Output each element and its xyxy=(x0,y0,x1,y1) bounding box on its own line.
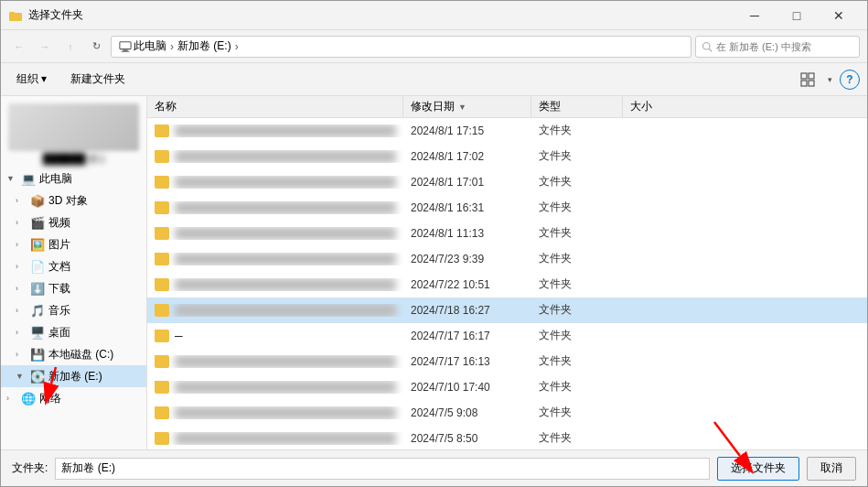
file-name-text: ████████████ xyxy=(175,227,396,240)
sidebar-item-local-c[interactable]: › 💾 本地磁盘 (C:) xyxy=(1,343,146,365)
file-name-text: ████████████ xyxy=(175,355,396,368)
table-row[interactable]: ─2024/7/17 16:17文件夹 xyxy=(147,323,867,349)
cell-type-2: 文件夹 xyxy=(531,174,623,189)
folder-icon xyxy=(155,176,169,189)
toggle-music: › xyxy=(16,306,27,315)
forward-button[interactable]: → xyxy=(34,36,56,58)
sidebar-item-music[interactable]: › 🎵 音乐 xyxy=(1,299,146,321)
sidebar-label-music: 音乐 xyxy=(48,303,141,319)
svg-rect-10 xyxy=(809,81,814,86)
cell-name-1: ████████████ xyxy=(147,150,403,163)
cell-date-12: 2024/7/5 8:50 xyxy=(403,432,531,445)
folder-input[interactable] xyxy=(55,458,710,480)
file-name-text: ████████████ xyxy=(175,432,396,445)
cell-name-3: ████████████ xyxy=(147,201,403,214)
table-row[interactable]: ████████████2024/8/1 16:31文件夹 xyxy=(147,195,867,221)
cell-date-4: 2024/8/1 11:13 xyxy=(403,227,531,240)
file-name-text: ████████████ xyxy=(175,124,396,137)
file-name-text: ████████████ xyxy=(175,381,396,394)
sidebar-label-network: 网络 xyxy=(39,391,141,406)
cell-date-5: 2024/7/23 9:39 xyxy=(403,253,531,265)
title-bar-text: 选择文件夹 xyxy=(28,7,734,23)
toggle-local-c: › xyxy=(16,350,27,359)
sidebar-item-network[interactable]: › 🌐 网络 xyxy=(1,387,146,409)
col-header-name[interactable]: 名称 xyxy=(147,96,403,117)
svg-rect-2 xyxy=(120,41,131,49)
up-button[interactable]: ↑ xyxy=(59,36,81,58)
svg-rect-1 xyxy=(9,12,15,15)
col-header-date[interactable]: 修改日期 ▼ xyxy=(403,96,531,117)
table-row[interactable]: ████████████2024/7/18 16:27文件夹 xyxy=(147,298,867,323)
toggle-downloads: › xyxy=(16,284,27,293)
cell-date-2: 2024/8/1 17:01 xyxy=(403,176,531,189)
sidebar-label-docs: 文档 xyxy=(48,259,141,275)
refresh-button[interactable]: ↻ xyxy=(85,36,107,58)
computer-icon xyxy=(119,40,132,53)
table-row[interactable]: ████████████2024/7/5 9:08文件夹 xyxy=(147,400,867,426)
cell-type-5: 文件夹 xyxy=(531,251,623,266)
table-row[interactable]: ████████████2024/8/1 17:01文件夹 xyxy=(147,169,867,195)
pictures-icon: 🖼️ xyxy=(30,237,45,252)
cell-date-10: 2024/7/10 17:40 xyxy=(403,381,531,394)
select-folder-button[interactable]: 选择文件夹 xyxy=(717,457,799,481)
file-name-text: ████████████ xyxy=(175,176,396,189)
file-dialog-window: 选择文件夹 ─ □ ✕ ← → ↑ ↻ 此电脑 › 新加卷 (E:) › xyxy=(0,0,868,487)
file-list-header: 名称 修改日期 ▼ 类型 大小 xyxy=(147,96,867,118)
table-row[interactable]: ████████████2024/7/5 8:50文件夹 xyxy=(147,426,867,449)
folder-label: 文件夹: xyxy=(12,460,48,476)
cell-date-1: 2024/8/1 17:02 xyxy=(403,150,531,163)
table-row[interactable]: ████████████2024/8/1 11:13文件夹 xyxy=(147,221,867,246)
svg-rect-3 xyxy=(123,49,127,50)
sidebar-item-desktop[interactable]: › 🖥️ 桌面 xyxy=(1,321,146,343)
file-name-text: ████████████ xyxy=(175,304,396,317)
table-row[interactable]: ████████████2024/7/17 16:13文件夹 xyxy=(147,349,867,374)
table-row[interactable]: ████████████2024/7/23 9:39文件夹 xyxy=(147,246,867,272)
minimize-button[interactable]: ─ xyxy=(734,1,776,30)
file-name-text: ████████████ xyxy=(175,278,396,291)
sidebar-item-computer[interactable]: ▼ 💻 此电脑 xyxy=(1,168,146,189)
sidebar-item-downloads[interactable]: › ⬇️ 下载 xyxy=(1,277,146,299)
maximize-button[interactable]: □ xyxy=(776,1,818,30)
cell-name-8: ─ xyxy=(147,330,403,342)
sidebar-label-new-e: 新加卷 (E:) xyxy=(48,369,141,384)
sidebar-item-3d[interactable]: › 📦 3D 对象 xyxy=(1,189,146,211)
sidebar-label-computer: 此电脑 xyxy=(39,171,141,187)
table-row[interactable]: ████████████2024/7/10 17:40文件夹 xyxy=(147,374,867,400)
sidebar: ██████ (E:) ▼ 💻 此电脑 › 📦 3D 对象 › 🎬 视频 › 🖼… xyxy=(1,96,147,449)
table-row[interactable]: ████████████2024/8/1 17:15文件夹 xyxy=(147,118,867,144)
local-c-icon: 💾 xyxy=(30,347,45,362)
cell-type-7: 文件夹 xyxy=(531,302,623,318)
table-row[interactable]: ████████████2024/8/1 17:02文件夹 xyxy=(147,144,867,169)
col-header-type[interactable]: 类型 xyxy=(531,96,623,117)
new-folder-button[interactable]: 新建文件夹 xyxy=(62,68,134,92)
cell-name-2: ████████████ xyxy=(147,176,403,189)
sidebar-item-pictures[interactable]: › 🖼️ 图片 xyxy=(1,233,146,255)
folder-icon xyxy=(155,227,169,240)
view-icon xyxy=(800,72,815,87)
folder-icon xyxy=(155,304,169,317)
table-row[interactable]: ████████████2024/7/22 10:51文件夹 xyxy=(147,272,867,298)
bottom-bar: 文件夹: 选择文件夹 取消 xyxy=(1,449,867,486)
organize-button[interactable]: 组织 ▾ xyxy=(8,68,55,92)
folder-icon xyxy=(155,432,169,445)
view-toggle-button[interactable] xyxy=(795,68,820,92)
help-button[interactable]: ? xyxy=(840,70,860,90)
file-rows: ████████████2024/8/1 17:15文件夹███████████… xyxy=(147,118,867,449)
cell-date-7: 2024/7/18 16:27 xyxy=(403,304,531,317)
sidebar-item-new-e[interactable]: ▼ 💽 新加卷 (E:) xyxy=(1,365,146,387)
cell-type-12: 文件夹 xyxy=(531,430,623,446)
downloads-icon: ⬇️ xyxy=(30,281,45,296)
close-button[interactable]: ✕ xyxy=(818,1,860,30)
cancel-button[interactable]: 取消 xyxy=(807,457,856,481)
network-icon: 🌐 xyxy=(21,391,36,406)
col-header-size[interactable]: 大小 xyxy=(623,96,867,117)
cell-date-9: 2024/7/17 16:13 xyxy=(403,355,531,368)
search-box[interactable] xyxy=(695,36,860,58)
search-input[interactable] xyxy=(716,41,853,52)
sidebar-item-docs[interactable]: › 📄 文档 xyxy=(1,255,146,277)
back-button[interactable]: ← xyxy=(8,36,30,58)
sidebar-item-video[interactable]: › 🎬 视频 xyxy=(1,211,146,233)
cell-type-6: 文件夹 xyxy=(531,276,623,292)
cell-name-10: ████████████ xyxy=(147,381,403,394)
address-path[interactable]: 此电脑 › 新加卷 (E:) › xyxy=(111,36,691,58)
